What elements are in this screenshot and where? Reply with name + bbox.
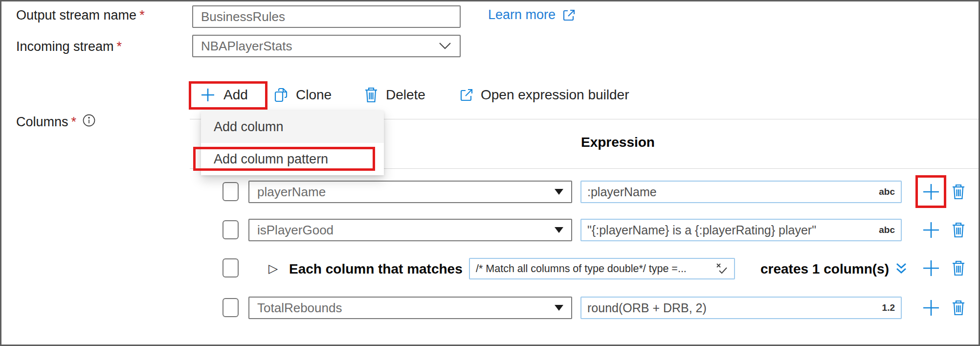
columns-label-text: Columns — [16, 115, 68, 130]
expression-value: "{:playerName} is a {:playerRating} play… — [587, 223, 875, 237]
column-name-dropdown[interactable]: TotalRebounds — [248, 297, 572, 319]
type-badge: abc — [879, 186, 895, 197]
trash-icon — [950, 299, 967, 317]
menu-item-add-column-pattern[interactable]: Add column pattern — [201, 143, 384, 175]
plus-icon — [921, 298, 941, 318]
delete-row-button[interactable] — [950, 259, 967, 277]
delete-row-button[interactable] — [950, 183, 967, 201]
dropdown-caret-icon — [555, 305, 563, 311]
expression-value: round(ORB + DRB, 2) — [587, 301, 878, 315]
delete-button-label: Delete — [386, 87, 425, 103]
plus-icon — [921, 182, 941, 202]
add-derived-column-button[interactable] — [921, 182, 941, 202]
clone-button-label: Clone — [296, 87, 332, 103]
add-button-label: Add — [223, 87, 248, 103]
learn-more-link[interactable]: Learn more — [488, 7, 576, 23]
row-checkbox[interactable] — [223, 220, 239, 239]
type-badge: 1.2 — [882, 302, 895, 313]
column-name-value: isPlayerGood — [257, 223, 550, 238]
column-name-value: TotalRebounds — [257, 300, 550, 316]
trash-icon — [950, 259, 967, 277]
add-menu: Add column Add column pattern — [201, 111, 384, 175]
output-stream-name-label: Output stream name* — [16, 8, 145, 23]
incoming-stream-select[interactable]: NBAPlayerStats — [192, 35, 461, 57]
output-stream-name-label-text: Output stream name — [16, 8, 136, 23]
pattern-expression-input[interactable]: /* Match all columns of type double*/ ty… — [469, 258, 735, 279]
expression-input[interactable]: :playerName abc — [580, 181, 902, 203]
add-derived-column-button[interactable] — [921, 258, 941, 278]
pattern-creates-label: creates 1 column(s) — [760, 261, 889, 277]
add-derived-column-button[interactable] — [921, 220, 941, 240]
info-icon[interactable] — [82, 114, 96, 127]
output-stream-name-input[interactable]: BusinessRules — [192, 5, 461, 28]
row-checkbox[interactable] — [223, 258, 239, 277]
dropdown-caret-icon — [555, 227, 563, 233]
expression-value: :playerName — [587, 185, 875, 199]
expression-input[interactable]: round(ORB + DRB, 2) 1.2 — [580, 297, 902, 319]
expand-all-icon[interactable] — [893, 261, 909, 277]
external-link-icon — [561, 8, 576, 23]
column-name-dropdown[interactable]: playerName — [248, 181, 572, 203]
trash-icon — [950, 221, 967, 239]
clone-icon — [273, 87, 289, 103]
learn-more-label: Learn more — [488, 7, 556, 23]
dropdown-caret-icon — [555, 189, 563, 195]
open-expression-builder-button[interactable]: Open expression builder — [458, 83, 629, 107]
column-name-dropdown[interactable]: isPlayerGood — [248, 219, 572, 241]
row-checkbox[interactable] — [223, 298, 239, 317]
row-checkbox[interactable] — [223, 182, 239, 201]
open-expression-builder-label: Open expression builder — [481, 87, 629, 103]
menu-item-add-column[interactable]: Add column — [201, 111, 384, 143]
external-link-icon — [458, 87, 474, 103]
delete-row-button[interactable] — [950, 299, 967, 317]
delete-row-button[interactable] — [950, 221, 967, 239]
delete-button[interactable]: Delete — [363, 83, 425, 107]
chevron-down-icon — [438, 42, 452, 50]
columns-label: Columns* — [16, 115, 96, 130]
required-asterisk: * — [139, 8, 145, 23]
required-asterisk: * — [117, 39, 122, 54]
pattern-expression-value: /* Match all columns of type double*/ ty… — [476, 263, 715, 275]
clone-button[interactable]: Clone — [273, 83, 332, 107]
expression-column-header: Expression — [581, 135, 655, 150]
required-asterisk: * — [71, 115, 77, 130]
pattern-match-label: Each column that matches — [289, 261, 463, 277]
expression-input[interactable]: "{:playerName} is a {:playerRating} play… — [580, 219, 902, 241]
incoming-stream-label-text: Incoming stream — [16, 39, 114, 54]
incoming-stream-value: NBAPlayerStats — [201, 39, 438, 54]
add-button[interactable]: Add — [199, 83, 248, 107]
column-name-value: playerName — [257, 185, 550, 200]
plus-icon — [921, 220, 941, 240]
plus-icon — [921, 258, 941, 278]
plus-icon — [199, 86, 217, 104]
expression-language-icon — [715, 262, 728, 275]
expand-pattern-icon[interactable]: ▷ — [268, 261, 278, 276]
trash-icon — [363, 86, 379, 104]
double-chevron-down-icon — [893, 261, 909, 277]
type-badge: abc — [879, 225, 895, 235]
output-stream-name-value: BusinessRules — [201, 9, 285, 24]
trash-icon — [950, 183, 967, 201]
incoming-stream-label: Incoming stream* — [16, 39, 122, 54]
add-derived-column-button[interactable] — [921, 298, 941, 318]
derived-column-settings-panel: Output stream name* BusinessRules Learn … — [0, 0, 980, 346]
